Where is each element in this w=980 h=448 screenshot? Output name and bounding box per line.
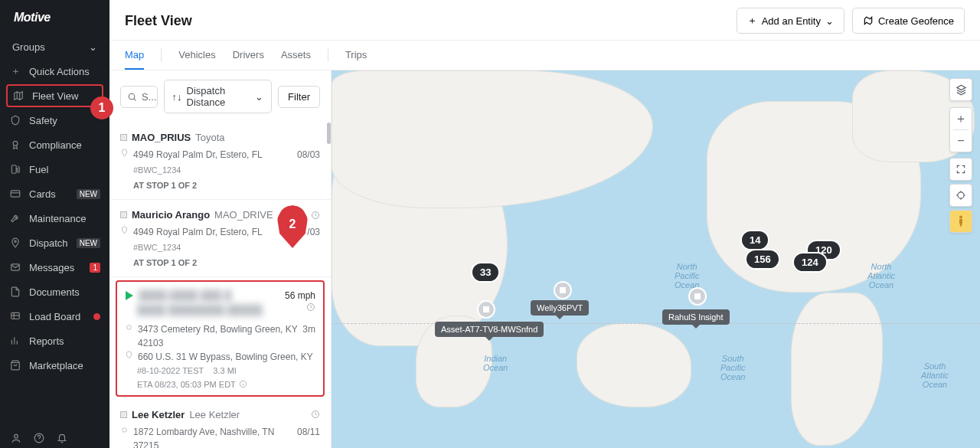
chevron-down-icon: ⌄: [255, 91, 263, 103]
map-label-pill[interactable]: Asset-AT7-TV8-MWSnfnd: [435, 322, 544, 337]
user-icon[interactable]: [11, 433, 21, 443]
card-address: 1872 Lombardy Ave, Nashville, TN 37215: [133, 425, 292, 449]
page-title: Fleet View: [125, 13, 192, 29]
svg-rect-2: [11, 191, 20, 197]
sidebar-item-dispatch[interactable]: Dispatch NEW: [0, 231, 109, 255]
new-tag: NEW: [77, 189, 100, 199]
map-cluster[interactable]: 14: [740, 230, 769, 250]
quick-actions[interactable]: ＋ Quick Actions: [0, 59, 109, 83]
chevron-down-icon: ⌄: [89, 41, 97, 53]
svg-point-8: [129, 93, 135, 100]
status-square-icon: [120, 134, 127, 141]
pegman-button[interactable]: [949, 210, 972, 233]
card-address: 4949 Royal Palm Dr, Estero, FL: [133, 148, 292, 162]
sidebar-item-cards[interactable]: Cards NEW: [0, 181, 109, 206]
sidebar-item-label: Maintenance: [29, 213, 86, 224]
svg-point-11: [127, 325, 132, 329]
vehicle-list[interactable]: MAO_PRIUS Toyota 4949 Royal Palm Dr, Est…: [109, 123, 331, 448]
card-mins: 3m: [302, 322, 315, 336]
bell-icon[interactable]: [57, 433, 67, 443]
fuel-icon: [9, 163, 21, 175]
map-label-pill[interactable]: RahulS Insight: [662, 309, 730, 325]
sidebar-item-reports[interactable]: Reports: [0, 329, 109, 353]
zoom-controls: ＋ −: [949, 107, 972, 152]
pin-icon: [120, 226, 129, 234]
doc-icon: [9, 286, 21, 298]
card-sub: ████ ████████ █████: [137, 302, 263, 318]
sidebar-item-documents[interactable]: Documents: [0, 280, 109, 304]
map-canvas[interactable]: North Pacific OceanSouth Pacific OceanNo…: [332, 70, 980, 448]
map-label-pill[interactable]: Welly36PVT: [531, 300, 589, 316]
vehicle-card[interactable]: MAO_PRIUS Toyota 4949 Royal Palm Dr, Est…: [109, 123, 331, 200]
sidebar-item-label: Messages: [29, 262, 74, 273]
card-address: 660 U.S. 31 W Bypass, Bowling Green, KY: [138, 350, 313, 364]
card-ref: #BWC_1234: [133, 164, 292, 177]
scrollbar-thumb[interactable]: [327, 123, 331, 144]
sidebar-item-fleet-view[interactable]: Fleet View: [6, 84, 103, 107]
pegman-icon: [950, 211, 972, 232]
map-cluster[interactable]: 33: [471, 262, 500, 283]
status-square-icon: [120, 211, 127, 218]
tab-map[interactable]: Map: [125, 41, 144, 70]
card-address: 4949 Royal Palm Dr, Estero, FL: [133, 225, 302, 239]
fullscreen-button[interactable]: [949, 158, 972, 181]
plus-icon: ＋: [747, 14, 757, 28]
sort-dropdown[interactable]: ↑↓ Dispatch Distance ⌄: [164, 80, 273, 113]
messages-count-badge: 1: [90, 263, 100, 273]
sidebar-item-messages[interactable]: Messages 1: [0, 255, 109, 280]
card-date: /03: [307, 225, 320, 239]
svg-rect-1: [11, 165, 16, 174]
ocean-label: North Pacific Ocean: [675, 262, 699, 289]
layers-button[interactable]: [949, 78, 972, 101]
map-asset-marker[interactable]: [554, 281, 572, 299]
sidebar-item-label: Reports: [29, 335, 64, 347]
sidebar-item-load-board[interactable]: Load Board: [0, 304, 109, 329]
create-geofence-button[interactable]: Create Geofence: [852, 8, 965, 34]
notification-dot: [93, 313, 100, 320]
locate-button[interactable]: [949, 184, 972, 207]
new-tag: NEW: [77, 238, 100, 248]
board-icon: [9, 310, 21, 322]
card-name: Mauricio Arango: [132, 209, 210, 221]
add-entity-button[interactable]: ＋ Add an Entity ⌄: [737, 8, 844, 34]
card-name: Lee Ketzler: [132, 409, 185, 420]
help-icon[interactable]: [34, 433, 44, 443]
sort-label: Dispatch Distance: [187, 85, 251, 108]
tab-drivers[interactable]: Drivers: [233, 41, 264, 70]
map-asset-marker[interactable]: [477, 300, 495, 319]
card-name: ████ ████ ███ █: [139, 289, 231, 301]
chart-icon: [9, 335, 21, 347]
add-entity-label: Add an Entity: [762, 15, 821, 27]
ocean-label: South Atlantic Ocean: [921, 361, 949, 389]
map-cluster[interactable]: 124: [792, 252, 828, 273]
tab-trips[interactable]: Trips: [345, 41, 367, 70]
tabs: Map Vehicles Drivers Assets Trips: [109, 41, 980, 70]
moving-arrow-icon: [126, 291, 133, 300]
filter-button[interactable]: Filter: [278, 86, 320, 108]
sidebar-item-label: Marketplace: [29, 360, 83, 371]
vehicle-card[interactable]: Lee Ketzler Lee Ketzler 1872 Lombardy Av…: [109, 400, 331, 449]
sidebar-item-marketplace[interactable]: Marketplace: [0, 353, 109, 378]
zoom-in-button[interactable]: ＋: [950, 108, 972, 129]
tab-assets[interactable]: Assets: [281, 41, 311, 70]
plus-icon: ＋: [9, 65, 21, 77]
tab-vehicles[interactable]: Vehicles: [178, 41, 215, 70]
crosshair-icon: [950, 185, 972, 206]
zoom-out-button[interactable]: −: [950, 130, 972, 152]
search-input[interactable]: S...: [120, 86, 158, 108]
vehicle-card-selected[interactable]: ████ ████ ███ █ 56 mph ████ ████████ ███…: [116, 280, 325, 397]
map-asset-marker[interactable]: [688, 287, 707, 306]
bag-icon: [9, 359, 21, 371]
groups-dropdown[interactable]: Groups ⌄: [0, 35, 109, 59]
sidebar-item-compliance[interactable]: Compliance: [0, 132, 109, 157]
sidebar-item-fuel[interactable]: Fuel: [0, 157, 109, 181]
clock-icon: [311, 410, 320, 419]
chevron-down-icon: ⌄: [825, 15, 834, 27]
card-status: AT STOP 1 OF 2: [133, 179, 292, 192]
sidebar-item-maintenance[interactable]: Maintenance: [0, 206, 109, 231]
layers-icon: [950, 79, 972, 100]
header: Fleet View ＋ Add an Entity ⌄ Create Geof…: [109, 0, 980, 41]
card-status: AT STOP 1 OF 2: [133, 257, 302, 270]
map-cluster[interactable]: 156: [745, 249, 780, 270]
sidebar-item-label: Safety: [29, 115, 57, 126]
